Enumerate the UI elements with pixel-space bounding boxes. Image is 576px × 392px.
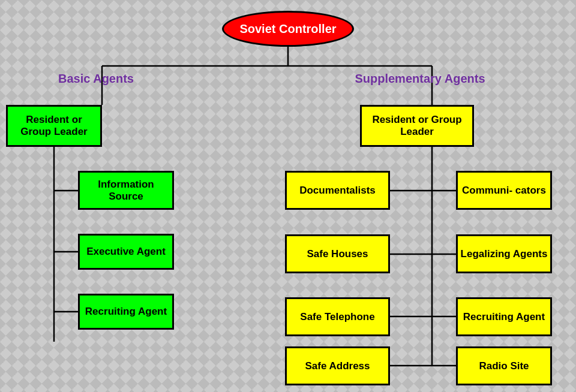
safe-telephone: Safe Telephone — [285, 297, 390, 336]
radio-site: Radio Site — [456, 346, 552, 385]
documentalists: Documentalists — [285, 171, 390, 210]
recruiting-agent-left: Recruiting Agent — [78, 294, 174, 330]
basic-agents-label: Basic Agents — [36, 72, 156, 86]
soviet-controller-label: Soviet Controller — [239, 22, 336, 36]
executive-agent: Executive Agent — [78, 234, 174, 270]
communicators: Communi- cators — [456, 171, 552, 210]
information-source: Information Source — [78, 171, 174, 210]
resident-leader-right: Resident or Group Leader — [360, 105, 474, 147]
soviet-controller-node: Soviet Controller — [222, 11, 354, 47]
supplementary-agents-label: Supplementary Agents — [336, 72, 504, 86]
recruiting-agent-right: Recruiting Agent — [456, 297, 552, 336]
safe-address: Safe Address — [285, 346, 390, 385]
resident-leader-left: Resident or Group Leader — [6, 105, 102, 147]
legalizing-agents: Legalizing Agents — [456, 234, 552, 273]
safe-houses: Safe Houses — [285, 234, 390, 273]
